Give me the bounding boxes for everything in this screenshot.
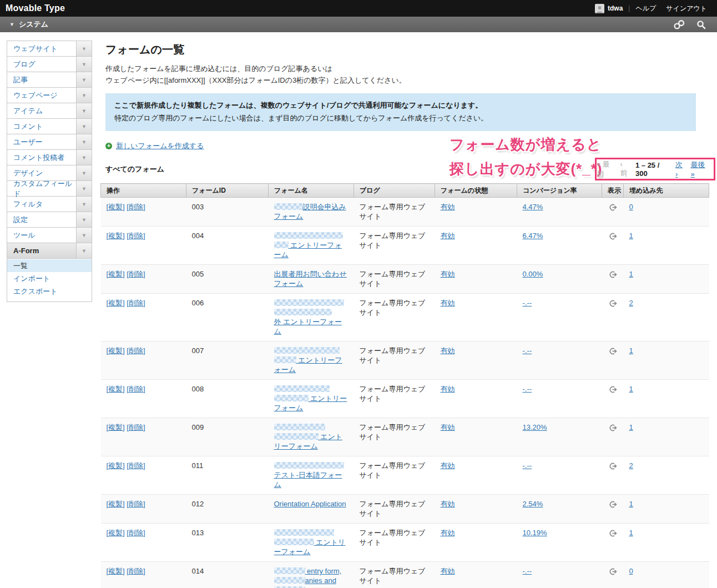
delete-link[interactable]: [削除] [127,500,145,508]
embed-count-link[interactable]: 1 [629,500,633,508]
form-name-link[interactable]: エントリーフォーム [274,529,346,556]
open-link-icon[interactable] [609,232,617,240]
duplicate-link[interactable]: [複製] [107,529,125,537]
duplicate-link[interactable]: [複製] [107,346,125,355]
duplicate-link[interactable]: [複製] [107,500,125,508]
conversion-link[interactable]: -.-- [523,346,532,355]
conversion-link[interactable]: 2.54% [523,500,543,508]
chevron-down-icon[interactable]: ▼ [76,165,92,180]
conversion-link[interactable]: -.-- [523,299,532,307]
form-name-link[interactable]: エントリーフォーム [274,423,343,450]
conversion-link[interactable]: 10.19% [523,529,547,537]
sidebar-subitem-インポート[interactable]: インポート [7,272,92,285]
pagination-next[interactable]: 次 › [675,160,686,178]
delete-link[interactable]: [削除] [127,461,145,470]
scope-menu[interactable]: システム [19,19,48,29]
sidebar-item-フィルタ[interactable]: フィルタ▼ [7,196,92,212]
open-link-icon[interactable] [609,529,617,537]
status-link[interactable]: 有効 [441,299,455,307]
delete-link[interactable]: [削除] [127,270,145,278]
chevron-down-icon[interactable]: ▼ [76,119,92,134]
chevron-down-icon[interactable]: ▼ [76,134,92,149]
username-link[interactable]: tdwa [608,4,623,12]
sidebar-subitem-一覧[interactable]: 一覧 [7,259,92,272]
chevron-down-icon[interactable]: ▼ [76,181,92,196]
sidebar-item-A-Form[interactable]: A-Form▼ [7,243,92,258]
form-name-link[interactable]: エントリーフォーム [274,346,342,374]
conversion-link[interactable]: 0.00% [523,270,543,278]
chevron-down-icon[interactable]: ▼ [76,228,92,243]
status-link[interactable]: 有効 [441,423,455,431]
embed-count-link[interactable]: 2 [629,461,633,470]
open-link-icon[interactable] [609,203,617,211]
signout-link[interactable]: サインアウト [666,4,707,13]
duplicate-link[interactable]: [複製] [107,203,125,211]
chevron-down-icon[interactable]: ▼ [76,243,92,258]
chevron-down-icon[interactable]: ▼ [76,72,92,87]
duplicate-link[interactable]: [複製] [107,270,125,278]
duplicate-link[interactable]: [複製] [107,232,125,240]
sidebar-item-アイテム[interactable]: アイテム▼ [7,103,92,118]
pagination-last[interactable]: 最後 » [691,160,710,178]
open-link-icon[interactable] [609,346,617,355]
form-name-link[interactable]: 出展者用お問い合わせフォーム [274,270,347,288]
embed-count-link[interactable]: 0 [629,567,633,575]
conversion-link[interactable]: 13.20% [523,423,547,431]
sidebar-item-ウェブページ[interactable]: ウェブページ▼ [7,87,92,103]
user-avatar[interactable] [595,4,604,13]
conversion-link[interactable]: 6.47% [523,232,543,240]
status-link[interactable]: 有効 [441,567,455,575]
chevron-down-icon[interactable]: ▼ [76,41,92,56]
sidebar-subitem-エクスポート[interactable]: エクスポート [7,285,92,298]
status-link[interactable]: 有効 [441,346,455,355]
conversion-link[interactable]: -.-- [523,567,532,575]
chevron-down-icon[interactable]: ▼ [9,22,14,27]
search-icon[interactable] [696,20,706,29]
chevron-down-icon[interactable]: ▼ [76,88,92,103]
embed-count-link[interactable]: 1 [629,385,633,393]
embed-count-link[interactable]: 1 [629,270,633,278]
open-link-icon[interactable] [609,423,617,431]
create-form-link[interactable]: 新しいフォームを作成する [116,141,204,151]
open-link-icon[interactable] [609,461,617,470]
open-link-icon[interactable] [609,385,617,393]
open-link-icon[interactable] [609,567,617,575]
conversion-link[interactable]: 4.47% [523,203,543,211]
sidebar-item-ブログ[interactable]: ブログ▼ [7,56,92,72]
sidebar-item-記事[interactable]: 記事▼ [7,72,92,87]
conversion-link[interactable]: -.-- [523,385,532,393]
status-link[interactable]: 有効 [441,529,455,537]
status-link[interactable]: 有効 [441,461,455,470]
embed-count-link[interactable]: 1 [629,232,633,240]
delete-link[interactable]: [削除] [127,203,145,211]
chevron-down-icon[interactable]: ▼ [76,197,92,212]
form-name-link[interactable]: Orientation Application [274,500,346,508]
form-name-link[interactable]: 外 エントリーフォーム [274,299,344,335]
sidebar-item-ユーザー[interactable]: ユーザー▼ [7,134,92,149]
form-name-link[interactable]: テスト-日本語フォーム [274,461,344,489]
delete-link[interactable]: [削除] [127,299,145,307]
sidebar-item-コメント[interactable]: コメント▼ [7,118,92,134]
form-name-link[interactable]: エントリーフォーム [274,232,343,259]
delete-link[interactable]: [削除] [127,567,145,575]
duplicate-link[interactable]: [複製] [107,385,125,393]
delete-link[interactable]: [削除] [127,346,145,355]
embed-count-link[interactable]: 0 [629,203,633,211]
embed-count-link[interactable]: 1 [629,346,633,355]
status-link[interactable]: 有効 [441,203,455,211]
delete-link[interactable]: [削除] [127,529,145,537]
status-link[interactable]: 有効 [441,500,455,508]
sidebar-item-設定[interactable]: 設定▼ [7,212,92,227]
permalink-icon[interactable] [673,20,685,29]
duplicate-link[interactable]: [複製] [107,423,125,431]
chevron-down-icon[interactable]: ▼ [76,103,92,118]
delete-link[interactable]: [削除] [127,385,145,393]
form-name-link[interactable]: entry form,anies andons. [274,567,342,588]
chevron-down-icon[interactable]: ▼ [76,150,92,165]
duplicate-link[interactable]: [複製] [107,461,125,470]
status-link[interactable]: 有効 [441,270,455,278]
form-name-link[interactable]: エントリーフォーム [274,385,347,412]
form-name-link[interactable]: 説明会申込みフォーム [274,203,346,220]
sidebar-item-カスタムフィールド[interactable]: カスタムフィールド▼ [7,180,92,196]
delete-link[interactable]: [削除] [127,423,145,431]
